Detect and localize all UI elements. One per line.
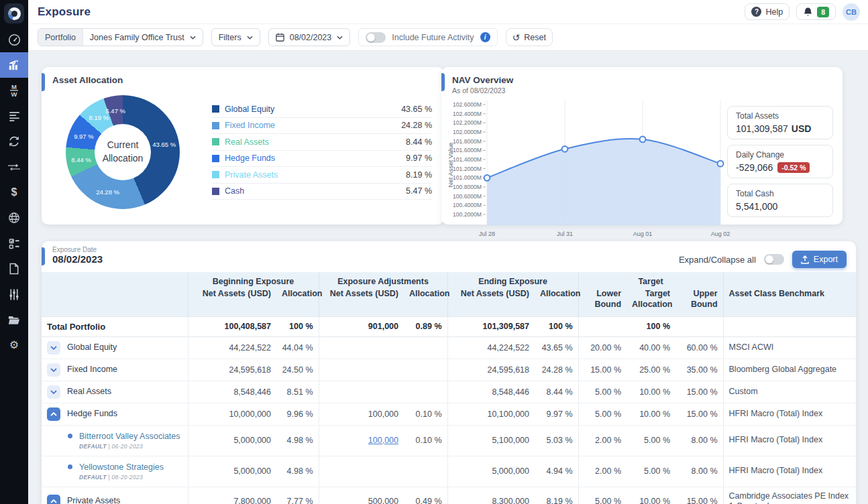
legend-item[interactable]: Hedge Funds9.97 % — [212, 151, 432, 168]
sidebar-item-dashboard[interactable] — [0, 27, 28, 52]
row-label[interactable]: Yellowstone Strategies — [79, 462, 164, 472]
legend-item[interactable]: Cash5.47 % — [212, 184, 432, 200]
sidebar-item-mw[interactable]: MW — [0, 78, 28, 103]
value-cell: 25.00 % — [627, 359, 675, 381]
help-button[interactable]: ? Help — [745, 3, 790, 20]
benchmark-cell — [723, 316, 856, 336]
value-cell: 4.98 % — [276, 456, 319, 487]
sidebar-item-billing[interactable]: $ — [0, 180, 28, 205]
collapse-row-button[interactable] — [47, 495, 60, 504]
date-picker[interactable]: 08/02/2023 — [268, 28, 351, 46]
export-button[interactable]: Export — [792, 251, 847, 268]
header-target-allocation: Target Allocation — [627, 286, 675, 316]
sidebar-item-controls[interactable] — [0, 281, 28, 307]
avatar[interactable]: CB — [843, 3, 860, 21]
future-activity-toggle[interactable] — [366, 32, 386, 43]
value-cell: 5,000,000 — [188, 456, 276, 487]
expand-collapse-toggle[interactable] — [764, 254, 784, 265]
sidebar-item-tasks[interactable] — [0, 231, 28, 256]
asset-allocation-card: Asset Allocation CurrentAllocation 43.65… — [42, 67, 444, 225]
info-icon[interactable]: i — [480, 32, 490, 42]
card-accent-bar — [441, 73, 445, 91]
sidebar-item-files[interactable] — [0, 307, 28, 332]
nav-line-chart[interactable]: 102.6000M102.4000M102.2000M102.0000M101.… — [445, 97, 730, 247]
table-row: Global Equity44,224,52244.04 %44,224,522… — [42, 336, 856, 359]
gear-icon: ⚙ — [9, 340, 19, 351]
header-spacer — [723, 272, 856, 286]
value-cell — [319, 336, 404, 359]
legend-value: 8.19 % — [406, 170, 432, 180]
benchmark-cell: MSCI ACWI — [723, 336, 856, 359]
value-cell: 40.00 % — [627, 336, 675, 359]
value-cell: 15.00 % — [578, 359, 627, 381]
value-cell: 24.50 % — [276, 359, 319, 381]
sidebar-item-sync[interactable] — [0, 129, 28, 154]
value-cell: 100,000 — [319, 425, 404, 456]
sidebar-item-exposure[interactable] — [0, 52, 28, 78]
sidebar-item-global[interactable] — [0, 205, 28, 231]
legend-label: Private Assets — [225, 170, 278, 180]
legend-item[interactable]: Global Equity43.65 % — [212, 101, 432, 118]
slice-label: 43.65 % — [152, 140, 176, 147]
value-cell — [319, 456, 404, 487]
row-label[interactable]: Bitterroot Valley Associates — [79, 432, 180, 441]
value-cell: 4.98 % — [276, 425, 319, 456]
expand-row-button[interactable] — [47, 363, 60, 377]
header-upper-bound: Upper Bound — [675, 286, 723, 316]
portfolio-select[interactable]: Portfolio Jones Family Office Trust — [38, 28, 203, 46]
value-cell: 8,548,446 — [188, 381, 276, 403]
donut-center: CurrentAllocation — [95, 124, 151, 180]
row-label: Hedge Funds — [67, 409, 117, 418]
allocation-donut-chart[interactable]: CurrentAllocation 43.65 %24.28 %8.44 %9.… — [66, 95, 180, 209]
value-cell: 0.89 % — [404, 316, 447, 336]
value-cell: 2.00 % — [578, 456, 627, 487]
collapse-row-button[interactable] — [47, 407, 60, 421]
app-logo[interactable] — [0, 0, 28, 27]
svg-text:102.4000M: 102.4000M — [453, 111, 482, 117]
sidebar-item-documents[interactable] — [0, 256, 28, 281]
date-value: 08/02/2023 — [290, 33, 332, 42]
value-cell: 15.00 % — [675, 381, 723, 403]
sidebar-item-settings[interactable]: ⚙ — [0, 332, 28, 358]
legend-item[interactable]: Private Assets8.19 % — [212, 167, 432, 184]
notifications-button[interactable]: 8 — [796, 3, 836, 20]
value-cell: 0.49 % — [404, 487, 447, 504]
header-net-assets: Net Assets (USD) — [188, 286, 276, 316]
value-cell: 10.00 % — [627, 403, 675, 425]
value-cell: 4.94 % — [535, 456, 578, 487]
value-cell — [578, 316, 627, 336]
legend-item[interactable]: Fixed Income24.28 % — [212, 118, 432, 135]
table-row: Yellowstone StrategiesDEFAULT | 08-20-20… — [42, 456, 856, 487]
value-cell: 500,000 — [319, 487, 404, 504]
value-cell: 10.00 % — [627, 381, 675, 403]
svg-text:102.0000M: 102.0000M — [453, 129, 482, 135]
header-target: Target — [578, 272, 723, 286]
legend-swatch — [212, 188, 219, 195]
filters-dropdown[interactable]: Filters — [211, 28, 260, 46]
sidebar-item-positions[interactable] — [0, 103, 28, 129]
value-cell: 9.97 % — [535, 403, 578, 425]
value-cell: 60.00 % — [675, 336, 723, 359]
expand-row-button[interactable] — [47, 341, 60, 355]
header-allocation: Allocation — [404, 286, 447, 316]
expand-row-button[interactable] — [47, 385, 60, 399]
svg-text:M: M — [11, 83, 17, 90]
value-cell: 24,595,618 — [188, 359, 276, 381]
legend-value: 5.47 % — [406, 186, 432, 196]
legend-item[interactable]: Real Assets8.44 % — [212, 134, 432, 151]
value-cell: 44.04 % — [276, 336, 319, 359]
sidebar: MW $ ⚙ — [0, 0, 28, 504]
adjustment-link[interactable]: 100,000 — [368, 436, 398, 445]
legend-label: Global Equity — [225, 105, 274, 114]
notification-badge: 8 — [817, 7, 829, 17]
reset-button[interactable]: ↺ Reset — [506, 28, 553, 46]
svg-text:Jul 31: Jul 31 — [557, 231, 573, 237]
export-icon — [801, 255, 809, 264]
legend-label: Real Assets — [225, 137, 269, 147]
value-cell: 10,100,000 — [447, 403, 535, 425]
value-cell: 35.00 % — [675, 359, 723, 381]
help-label: Help — [765, 7, 783, 17]
sidebar-item-transfers[interactable] — [0, 154, 28, 180]
exposure-table-card: Exposure Date 08/02/2023 Expand/Collapse… — [42, 241, 856, 504]
exposure-table: Beginning Exposure Exposure Adjustments … — [42, 272, 856, 504]
